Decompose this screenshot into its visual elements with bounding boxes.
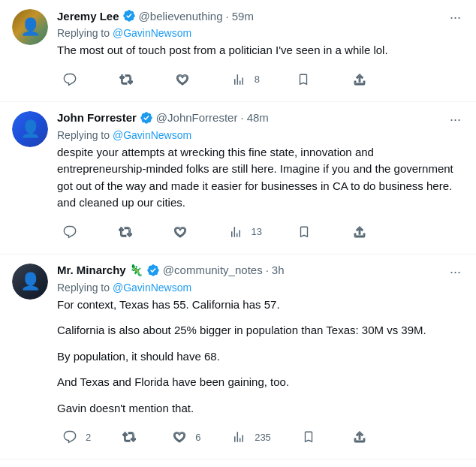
reply-to: Replying to @GavinNewsom — [57, 282, 464, 294]
share-icon — [347, 424, 372, 450]
share-icon — [347, 219, 372, 245]
tweet-content: Jeremy Lee @believenuthing · 59m ··· Rep… — [57, 9, 464, 92]
views-icon — [223, 219, 249, 245]
dot-separator: · — [226, 10, 229, 23]
more-options-button[interactable]: ··· — [447, 9, 464, 26]
retweet-action[interactable] — [113, 67, 139, 92]
tweet-actions: 2 6 235 — [57, 424, 372, 450]
like-action[interactable]: 6 — [167, 424, 200, 450]
author-handle[interactable]: @JohnForrester — [156, 111, 238, 124]
verified-badge — [122, 9, 136, 23]
views-icon — [226, 424, 252, 450]
reply-icon — [57, 219, 83, 245]
timestamp: 48m — [247, 111, 269, 124]
tweet-item: 👤 Jeremy Lee @believenuthing · 59m ··· R… — [0, 0, 476, 102]
avatar[interactable]: 👤 — [12, 111, 48, 147]
views-action[interactable]: 235 — [226, 424, 271, 450]
reply-to-handle[interactable]: @GavinNewsom — [113, 282, 191, 294]
tweet-header-left: Jeremy Lee @believenuthing · 59m — [57, 9, 444, 23]
retweet-icon — [113, 219, 138, 245]
bookmark-icon — [296, 424, 321, 450]
tweet-header: Jeremy Lee @believenuthing · 59m ··· — [57, 9, 464, 26]
author-name[interactable]: Mr. Minarchy 🦎 — [57, 264, 143, 277]
retweet-icon — [113, 67, 139, 92]
bookmark-action[interactable] — [291, 67, 316, 92]
reply-action[interactable] — [57, 219, 83, 245]
views-count: 235 — [255, 432, 271, 443]
share-action[interactable] — [347, 219, 372, 245]
timestamp: 3h — [272, 264, 285, 276]
views-icon — [226, 67, 252, 92]
like-icon — [167, 219, 193, 245]
author-handle[interactable]: @believenuthing — [139, 10, 223, 23]
verified-badge — [146, 264, 160, 277]
like-action[interactable] — [167, 219, 193, 245]
tweet-actions: 8 — [57, 67, 372, 92]
verified-badge — [140, 111, 153, 125]
tweet-content: John Forrester @JohnForrester · 48m ··· … — [57, 111, 464, 245]
reply-action[interactable]: 2 — [57, 424, 91, 450]
tweet-header: Mr. Minarchy 🦎 @community_notes · 3h ··· — [57, 264, 464, 280]
reply-icon — [57, 67, 83, 92]
avatar[interactable]: 👤 — [12, 9, 48, 45]
author-name[interactable]: Jeremy Lee — [57, 10, 119, 23]
tweet-content: Mr. Minarchy 🦎 @community_notes · 3h ···… — [57, 264, 464, 450]
bookmark-icon — [291, 219, 317, 245]
tweet-header: John Forrester @JohnForrester · 48m ··· — [57, 111, 464, 128]
dot-separator: · — [240, 111, 243, 124]
retweet-action[interactable] — [116, 424, 142, 450]
tweet-text: despite your attempts at wrecking this f… — [57, 144, 464, 212]
like-icon — [170, 67, 195, 92]
views-count: 13 — [252, 226, 262, 237]
more-options-button[interactable]: ··· — [447, 111, 464, 128]
tweet-header-left: Mr. Minarchy 🦎 @community_notes · 3h — [57, 264, 444, 277]
share-icon — [347, 67, 372, 92]
like-count: 6 — [195, 432, 200, 443]
reply-to: Replying to @GavinNewsom — [57, 129, 464, 141]
more-options-button[interactable]: ··· — [447, 264, 464, 280]
dot-separator: · — [266, 264, 269, 276]
bookmark-icon — [291, 67, 316, 92]
reply-count: 2 — [86, 432, 91, 443]
like-icon — [167, 424, 192, 450]
tweet-text: For context, Texas has 55. California ha… — [57, 297, 464, 417]
tweet-actions: 13 — [57, 219, 372, 245]
tweet-item: 👤 Mr. Minarchy 🦎 @community_notes · 3h ·… — [0, 255, 476, 460]
author-name[interactable]: John Forrester — [57, 111, 137, 124]
views-count: 8 — [255, 74, 260, 85]
like-action[interactable] — [170, 67, 195, 92]
retweet-icon — [116, 424, 142, 450]
retweet-action[interactable] — [113, 219, 138, 245]
reply-to-handle[interactable]: @GavinNewsom — [113, 129, 191, 141]
views-action[interactable]: 13 — [223, 219, 262, 245]
bookmark-action[interactable] — [291, 219, 317, 245]
bookmark-action[interactable] — [296, 424, 321, 450]
share-action[interactable] — [347, 67, 372, 92]
author-handle[interactable]: @community_notes — [163, 264, 263, 276]
reply-to-handle[interactable]: @GavinNewsom — [113, 27, 191, 39]
avatar[interactable]: 👤 — [12, 264, 48, 300]
tweet-header-left: John Forrester @JohnForrester · 48m — [57, 111, 444, 125]
share-action[interactable] — [347, 424, 372, 450]
reply-icon — [57, 424, 83, 450]
reply-action[interactable] — [57, 67, 83, 92]
timestamp: 59m — [232, 10, 254, 23]
tweet-item: 👤 John Forrester @JohnForrester · 48m ··… — [0, 102, 476, 255]
reply-to: Replying to @GavinNewsom — [57, 27, 464, 39]
tweet-text: The most out of touch post from a politi… — [57, 42, 464, 59]
views-action[interactable]: 8 — [226, 67, 260, 92]
